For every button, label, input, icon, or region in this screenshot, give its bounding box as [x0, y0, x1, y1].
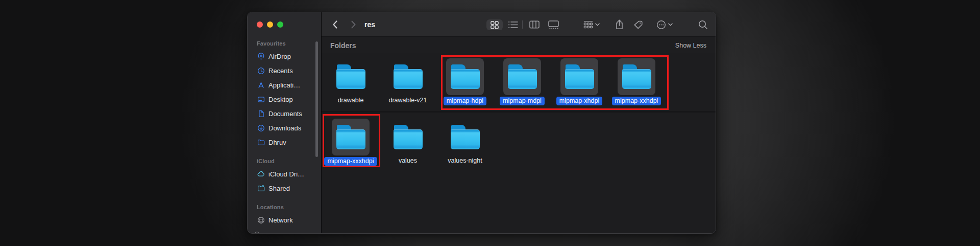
sidebar-section-locations: Locations — [248, 202, 321, 213]
window-title: res — [364, 12, 375, 37]
sidebar-item-label: iCloud Dri… — [268, 170, 304, 178]
download-circle-icon — [257, 124, 265, 132]
column-view-button[interactable] — [528, 12, 541, 37]
share-icon — [615, 19, 624, 30]
folder-label: values — [379, 157, 436, 164]
folder-icon — [336, 64, 365, 89]
sidebar-partial-tag-icon — [254, 232, 260, 234]
group-by-button[interactable] — [581, 12, 602, 37]
show-less-button[interactable]: Show Less — [675, 42, 706, 49]
folder-item-drawable-v21[interactable]: drawable-v21 — [379, 58, 436, 104]
sidebar-item-label: Applicati… — [268, 81, 300, 89]
sidebar-item-label: Recents — [268, 67, 293, 75]
tag-icon — [633, 20, 643, 30]
traffic-lights — [257, 21, 283, 28]
sidebar-item-dhruv[interactable]: Dhruv — [248, 135, 321, 149]
sidebar-item-label: Desktop — [268, 96, 293, 103]
folder-icon — [394, 64, 423, 89]
list-view-button[interactable] — [507, 12, 519, 37]
folder-label: drawable-v21 — [379, 97, 436, 104]
cloud-icon — [257, 170, 265, 178]
folder-icon — [394, 125, 423, 149]
sidebar-item-label: Dhruv — [268, 139, 286, 146]
sidebar-item-applications[interactable]: Applicati… — [248, 78, 321, 92]
content-seam-line — [322, 111, 716, 113]
more-circle-icon — [656, 20, 666, 30]
sidebar-item-label: Documents — [268, 110, 302, 118]
annotation-box-mipmap-row — [441, 55, 669, 110]
main-area: res — [322, 12, 716, 233]
share-button[interactable] — [614, 12, 625, 37]
search-icon — [698, 20, 708, 30]
section-title: Folders — [322, 41, 356, 50]
sidebar-item-recents[interactable]: Recents — [248, 63, 321, 78]
globe-icon — [257, 216, 265, 224]
applications-icon — [257, 81, 265, 89]
column-view-icon — [529, 20, 540, 29]
document-icon — [257, 110, 265, 118]
sidebar-list: Favourites AirDrop Recents Applicati… De… — [248, 12, 321, 227]
desktop-icon — [257, 96, 265, 103]
list-view-icon — [508, 21, 518, 29]
group-by-icon — [583, 20, 593, 29]
sidebar-item-label: Network — [268, 216, 293, 224]
folder-icon — [257, 139, 265, 146]
grid-view-icon — [491, 21, 499, 29]
shared-folder-icon — [257, 185, 265, 192]
sidebar: Favourites AirDrop Recents Applicati… De… — [248, 12, 322, 233]
forward-button[interactable] — [348, 12, 358, 37]
chevron-right-icon — [351, 20, 356, 29]
group-header-bar: Folders Show Less — [322, 37, 716, 54]
folder-item-drawable[interactable]: drawable — [322, 58, 379, 104]
sidebar-item-label: AirDrop — [268, 53, 291, 60]
minimize-button[interactable] — [267, 21, 273, 28]
zoom-button[interactable] — [277, 21, 283, 28]
sidebar-item-desktop[interactable]: Desktop — [248, 92, 321, 106]
annotation-box-mipmap-xxxhdpi — [323, 114, 380, 167]
more-button[interactable] — [653, 12, 676, 37]
sidebar-item-documents[interactable]: Documents — [248, 106, 321, 121]
sidebar-item-downloads[interactable]: Downloads — [248, 121, 321, 135]
desktop-background: Favourites AirDrop Recents Applicati… De… — [0, 0, 980, 246]
chevron-down-icon — [668, 23, 673, 26]
toolbar-divider — [522, 20, 523, 29]
chevron-left-icon — [332, 20, 338, 29]
gallery-view-icon — [548, 20, 559, 29]
gallery-view-button[interactable] — [547, 12, 560, 37]
airdrop-icon — [257, 53, 265, 60]
back-button[interactable] — [330, 12, 340, 37]
close-button[interactable] — [257, 21, 263, 28]
folder-item-values[interactable]: values — [379, 119, 436, 164]
sidebar-item-icloud-drive[interactable]: iCloud Dri… — [248, 167, 321, 181]
sidebar-item-label: Shared — [268, 185, 290, 192]
folder-label: drawable — [322, 97, 379, 104]
folder-item-values-night[interactable]: values-night — [436, 119, 494, 164]
sidebar-scrollbar[interactable] — [315, 41, 318, 157]
sidebar-item-label: Downloads — [268, 124, 301, 132]
sidebar-section-icloud: iCloud — [248, 155, 321, 167]
tag-button[interactable] — [632, 12, 644, 37]
sidebar-item-network[interactable]: Network — [248, 213, 321, 227]
icon-view-button[interactable] — [486, 19, 503, 30]
search-button[interactable] — [697, 12, 709, 37]
sidebar-item-shared[interactable]: Shared — [248, 181, 321, 195]
sidebar-item-airdrop[interactable]: AirDrop — [248, 49, 321, 63]
sidebar-section-favourites: Favourites — [248, 38, 321, 49]
chevron-down-icon — [595, 23, 600, 26]
folder-label: values-night — [436, 157, 494, 164]
finder-window: Favourites AirDrop Recents Applicati… De… — [247, 12, 716, 234]
toolbar: res — [322, 12, 716, 37]
folder-icon — [451, 125, 480, 149]
clock-icon — [257, 67, 265, 75]
